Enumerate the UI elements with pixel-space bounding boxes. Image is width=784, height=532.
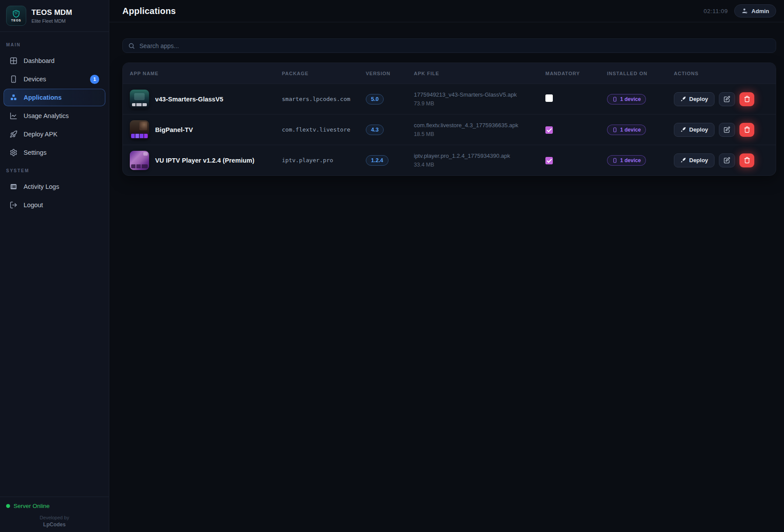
app-name: VU IPTV Player v1.2.4 (Premium) [155,157,254,164]
version-badge: 4.3 [366,125,384,135]
main-area: Applications 02:11:09 Admin APP NAME PAC… [109,0,784,532]
server-status: Server Online [6,503,103,509]
installed-on-count: 1 device [620,157,641,163]
shield-icon [12,10,21,18]
col-header-app-name: APP NAME [130,71,282,76]
sidebar-item-activity-logs[interactable]: Activity Logs [3,178,105,195]
deploy-button[interactable]: Deploy [674,123,715,137]
content: APP NAME PACKAGE VERSION APK FILE MANDAT… [109,22,784,176]
mandatory-checkbox[interactable] [545,126,553,134]
developer-name: LpCodes [6,522,103,528]
installed-on-count: 1 device [620,96,641,102]
developed-by-label: Developed by [6,515,103,520]
table-header-row: APP NAME PACKAGE VERSION APK FILE MANDAT… [123,63,776,83]
edit-pencil-icon [724,126,730,133]
col-header-version: VERSION [366,71,414,76]
phone-icon [612,127,617,132]
trash-icon [744,157,750,163]
app-package: iptv.player.pro [282,157,366,163]
table-row: v43-Smarters-GlassV5 smarters.lpcodes.co… [123,83,776,114]
page-title: Applications [122,6,176,16]
user-gear-icon [741,7,748,14]
deploy-button[interactable]: Deploy [674,153,715,167]
trash-icon [744,96,750,102]
gear-icon [10,149,17,156]
installed-on-count: 1 device [620,127,641,133]
smartphone-icon [10,75,17,83]
deploy-button[interactable]: Deploy [674,92,715,106]
online-status-dot [6,504,10,508]
rocket-icon [680,127,686,132]
col-header-package: PACKAGE [282,71,366,76]
search-icon [128,42,135,49]
sidebar-footer: Server Online Developed by LpCodes [0,497,109,532]
sidebar-item-dashboard[interactable]: Dashboard [3,52,105,70]
sidebar-item-label: Deploy APK [24,131,57,138]
sidebar-item-label: Applications [24,94,62,101]
teos-logo: TEOS [6,6,26,26]
brand-subtitle: Elite Fleet MDM [31,18,72,24]
mandatory-checkbox[interactable] [545,94,553,102]
edit-button[interactable] [719,123,735,137]
admin-label: Admin [752,8,769,14]
installed-on-badge: 1 device [607,94,646,104]
app-name: v43-Smarters-GlassV5 [155,96,223,103]
sidebar-item-label: Devices [24,76,46,83]
app-thumbnail [130,151,149,170]
rocket-icon [10,130,17,138]
app-thumbnail [130,120,149,139]
mandatory-checkbox[interactable] [545,157,553,164]
search-input[interactable] [139,42,770,49]
app-thumbnail [130,90,149,109]
nav-section-system: SYSTEM [0,162,109,177]
devices-count-badge: 1 [90,75,99,84]
dashboard-grid-icon [10,57,17,65]
sidebar: TEOS TEOS MDM Elite Fleet MDM MAIN Dashb… [0,0,109,532]
sidebar-item-applications[interactable]: Applications [3,89,105,106]
version-badge: 1.2.4 [366,155,389,166]
apk-file-size: 73.9 MB [414,101,541,107]
apps-boxes-icon [10,94,17,101]
delete-button[interactable] [739,153,754,167]
sidebar-item-logout[interactable]: Logout [3,196,105,214]
nav-section-main: MAIN [0,36,109,51]
col-header-apk-file: APK FILE [414,71,545,76]
apk-file-size: 33.4 MB [414,162,541,168]
apk-file-name: 1775949213_v43-Smarters-GlassV5.apk [414,91,541,98]
topbar: Applications 02:11:09 Admin [109,0,784,22]
chart-line-icon [10,112,17,120]
deploy-label: Deploy [689,126,708,133]
logs-icon [10,183,17,191]
applications-table: APP NAME PACKAGE VERSION APK FILE MANDAT… [122,63,776,176]
edit-button[interactable] [719,92,735,106]
delete-button[interactable] [739,92,754,106]
phone-icon [612,97,617,102]
admin-menu-button[interactable]: Admin [734,4,776,17]
delete-button[interactable] [739,123,754,137]
sidebar-item-settings[interactable]: Settings [3,144,105,161]
col-header-actions: ACTIONS [674,71,776,76]
search-bar [122,38,776,53]
table-row: VU IPTV Player v1.2.4 (Premium) iptv.pla… [123,145,776,175]
rocket-icon [680,157,686,163]
brand-title: TEOS MDM [31,8,72,17]
sidebar-nav: MAIN Dashboard Devices 1 Applications U [0,32,109,497]
version-badge: 5.0 [366,94,384,104]
sidebar-item-deploy-apk[interactable]: Deploy APK [3,125,105,143]
server-status-label: Server Online [14,503,50,509]
sidebar-item-usage-analytics[interactable]: Usage Analytics [3,107,105,125]
installed-on-badge: 1 device [607,155,646,166]
phone-icon [612,158,617,163]
logo-wordmark: TEOS [11,19,21,22]
sidebar-header: TEOS TEOS MDM Elite Fleet MDM [0,0,109,32]
sidebar-item-devices[interactable]: Devices 1 [3,70,105,88]
sidebar-item-label: Activity Logs [24,183,59,190]
apk-file-name: com.flextv.livestore_4.3_1775936635.apk [414,122,541,129]
app-package: com.flextv.livestore [282,126,366,133]
edit-pencil-icon [724,96,730,102]
sidebar-item-label: Settings [24,149,46,156]
edit-button[interactable] [719,153,735,167]
sidebar-item-label: Dashboard [24,57,55,64]
sidebar-item-label: Usage Analytics [24,112,69,119]
edit-pencil-icon [724,157,730,163]
